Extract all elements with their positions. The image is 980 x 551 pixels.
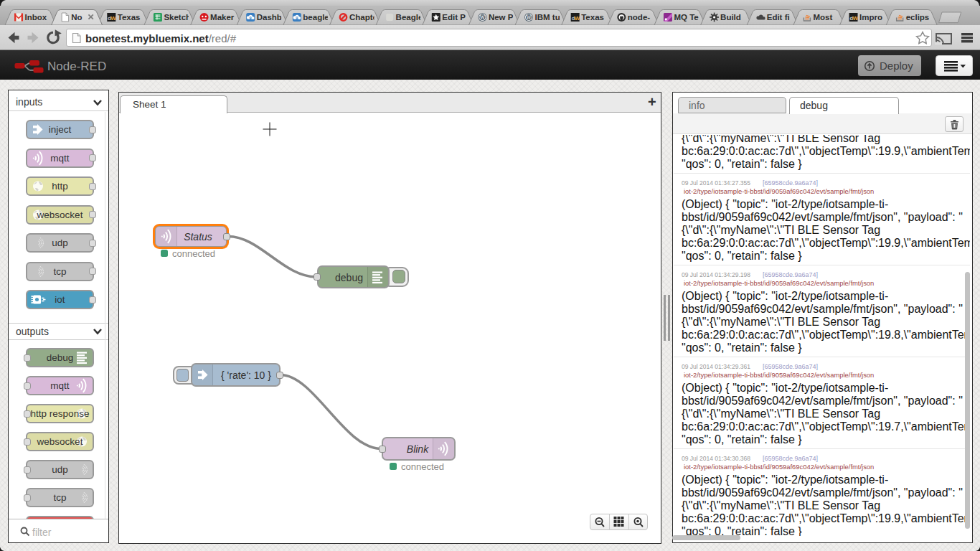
svg-text:W: W — [526, 14, 532, 21]
svg-text:Texas: Texas — [118, 13, 141, 22]
svg-text:Texas: Texas — [581, 13, 604, 22]
svg-text:Most: Most — [813, 13, 832, 22]
svg-text:Edit fi: Edit fi — [767, 13, 790, 22]
svg-text:Beagle: Beagle — [396, 13, 423, 22]
svg-text:Sketch: Sketch — [164, 13, 191, 22]
svg-text:MQ Te: MQ Te — [674, 13, 698, 22]
svg-text:IBM tu: IBM tu — [535, 13, 560, 22]
svg-text:Build: Build — [720, 13, 741, 22]
svg-text:9: 9 — [250, 16, 252, 20]
svg-text:Edit P: Edit P — [442, 13, 466, 22]
svg-text:New P: New P — [489, 13, 514, 22]
svg-text:9: 9 — [296, 16, 298, 20]
svg-text:beagle: beagle — [303, 13, 329, 22]
svg-text:Maker: Maker — [210, 13, 235, 22]
svg-text:Dashb: Dashb — [257, 13, 282, 22]
svg-text:W: W — [110, 15, 116, 22]
svg-text:eclips: eclips — [906, 13, 930, 22]
svg-text:W: W — [853, 15, 859, 22]
svg-text:Impro: Impro — [859, 13, 882, 22]
svg-text:W: W — [480, 14, 486, 21]
svg-text:node-: node- — [628, 13, 650, 22]
svg-text:W: W — [575, 15, 580, 22]
svg-text:Chapte: Chapte — [349, 13, 377, 22]
svg-text:No: No — [71, 13, 82, 22]
svg-text:Inbox: Inbox — [25, 13, 47, 22]
